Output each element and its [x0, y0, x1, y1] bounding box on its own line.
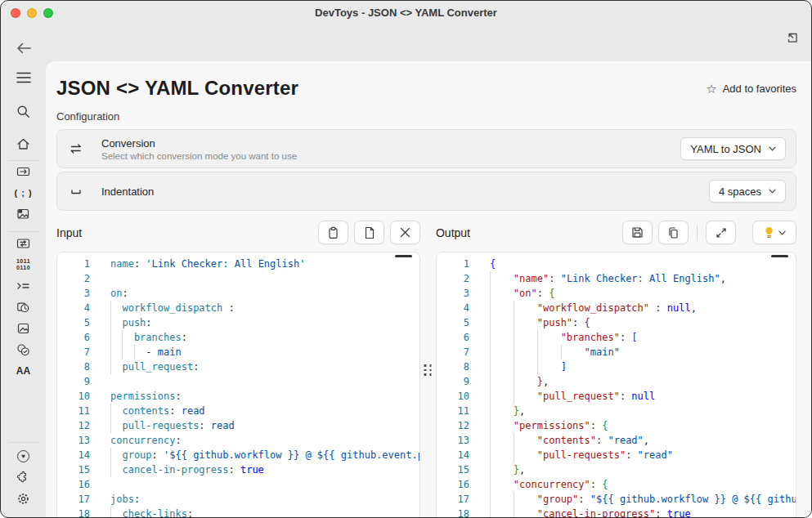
indentation-icon — [69, 185, 101, 197]
sidebar-item-home[interactable] — [9, 132, 38, 155]
line-number: 4 — [57, 301, 90, 315]
line-number: 2 — [437, 271, 469, 286]
indent-guide — [490, 389, 514, 404]
add-to-favorites-label: Add to favorites — [723, 83, 796, 95]
chevron-down-icon — [778, 230, 786, 235]
search-icon — [16, 105, 30, 118]
toolbar-separator — [697, 225, 698, 241]
indent-guide — [514, 389, 537, 404]
sidebar: ( ; ) 10110110 — [1, 25, 46, 517]
code-line: 9}, — [437, 374, 796, 389]
sidebar-item-extensions[interactable] — [9, 467, 38, 488]
line-number: 11 — [57, 404, 90, 418]
indent-guide — [110, 418, 122, 433]
sidebar-item-recent-converter[interactable] — [9, 161, 38, 182]
configuration-label: Configuration — [56, 110, 796, 123]
output-label: Output — [436, 226, 470, 239]
indentation-setting-card: Indentation 4 spaces — [56, 172, 796, 211]
indent-guide — [122, 345, 133, 359]
input-editor[interactable]: 1name: 'Link Checker: All English'23on:4… — [56, 252, 420, 517]
sidebar-item-converters[interactable] — [9, 233, 38, 254]
line-number: 1 — [437, 257, 469, 271]
indent-guide — [490, 418, 514, 433]
indent-guide — [110, 301, 122, 315]
indent-guide — [490, 448, 514, 462]
binary-icon: 10110110 — [16, 258, 30, 271]
sidebar-item-recent-image-tool[interactable] — [9, 203, 38, 225]
sidebar-item-testers[interactable] — [9, 339, 38, 360]
code-line: 13"contents": "read", — [437, 433, 796, 448]
save-button[interactable] — [622, 221, 653, 244]
output-editor[interactable]: 1{2"name": "Link Checker: All English",3… — [436, 252, 796, 517]
copy-button[interactable] — [658, 221, 689, 244]
code-line: 17jobs: — [57, 492, 419, 507]
code-line: 14group: '${{ github.workflow }} @ ${{ g… — [57, 448, 419, 462]
code-line: 11contents: read — [57, 404, 419, 418]
sidebar-item-generators[interactable] — [9, 297, 38, 318]
sidebar-menu-button[interactable] — [9, 66, 38, 89]
text-tools-icon: AA — [16, 365, 30, 377]
sidebar-item-sponsor[interactable]: ♥ — [9, 445, 38, 467]
indent-guide — [134, 345, 146, 359]
output-scrollbar[interactable] — [771, 255, 788, 257]
indent-guide — [514, 345, 537, 359]
paste-button[interactable] — [318, 221, 348, 244]
line-number: 7 — [437, 345, 469, 359]
indent-guide — [110, 462, 122, 477]
indent-guide — [490, 345, 514, 359]
code-line: 10permissions: — [57, 389, 419, 404]
code-line: 3"on": { — [437, 286, 796, 301]
code-line: 16 — [57, 477, 419, 492]
line-number: 13 — [57, 433, 90, 448]
close-icon — [400, 227, 410, 238]
open-file-button[interactable] — [354, 221, 384, 244]
indent-guide — [514, 359, 537, 374]
sidebar-item-recent-brackets[interactable]: ( ; ) — [9, 182, 38, 203]
indent-guide — [514, 301, 537, 315]
code-line: 18"cancel-in-progress": true — [437, 507, 796, 517]
indent-guide — [490, 271, 514, 286]
window-titlebar: DevToys - JSON <> YAML Converter — [1, 1, 811, 25]
open-in-new-window-button[interactable] — [785, 30, 801, 47]
panel-resize-handle[interactable] — [424, 364, 432, 376]
formatter-prompt-icon — [16, 280, 30, 292]
conversion-mode-select[interactable]: YAML to JSON — [680, 137, 786, 160]
indent-guide — [490, 374, 514, 389]
indent-guide — [490, 404, 514, 418]
app-window: DevToys - JSON <> YAML Converter — [0, 0, 812, 518]
expand-button[interactable] — [706, 221, 736, 244]
sidebar-item-graphic[interactable] — [9, 318, 38, 339]
clear-input-button[interactable] — [390, 221, 420, 244]
line-number: 15 — [57, 462, 90, 477]
line-number: 15 — [437, 462, 469, 477]
line-number: 7 — [57, 345, 90, 359]
line-number: 18 — [437, 507, 469, 517]
line-number: 9 — [437, 374, 469, 389]
sidebar-separator — [8, 442, 39, 443]
generator-clock-icon — [16, 301, 30, 314]
indentation-select[interactable]: 4 spaces — [709, 180, 786, 203]
sidebar-search-button[interactable] — [9, 100, 38, 123]
paste-clipboard-icon — [327, 226, 339, 239]
puzzle-icon — [16, 471, 30, 484]
brackets-semicolon-icon: ( ; ) — [14, 188, 32, 198]
code-line: 1{ — [437, 257, 796, 271]
add-to-favorites-button[interactable]: ☆ Add to favorites — [706, 83, 796, 95]
code-line: 15}, — [437, 462, 796, 477]
input-scrollbar[interactable] — [395, 255, 412, 257]
sidebar-item-encoders-decoders[interactable]: 10110110 — [9, 254, 38, 275]
line-number: 1 — [57, 257, 90, 271]
code-line: 18check-links: — [57, 507, 419, 517]
code-line: 5push: — [57, 315, 419, 330]
indent-guide — [490, 433, 514, 448]
line-number: 9 — [57, 374, 90, 389]
converters-icon — [16, 237, 30, 250]
line-number: 8 — [57, 359, 90, 374]
indent-guide — [110, 330, 122, 345]
sidebar-item-text[interactable]: AA — [9, 360, 38, 382]
sidebar-item-settings[interactable] — [9, 488, 38, 509]
sidebar-item-formatters[interactable] — [9, 275, 38, 297]
main-content: JSON <> YAML Converter ☆ Add to favorite… — [46, 61, 811, 517]
code-line: 8] — [437, 359, 796, 374]
smart-detection-dropdown-button[interactable] — [752, 221, 796, 244]
